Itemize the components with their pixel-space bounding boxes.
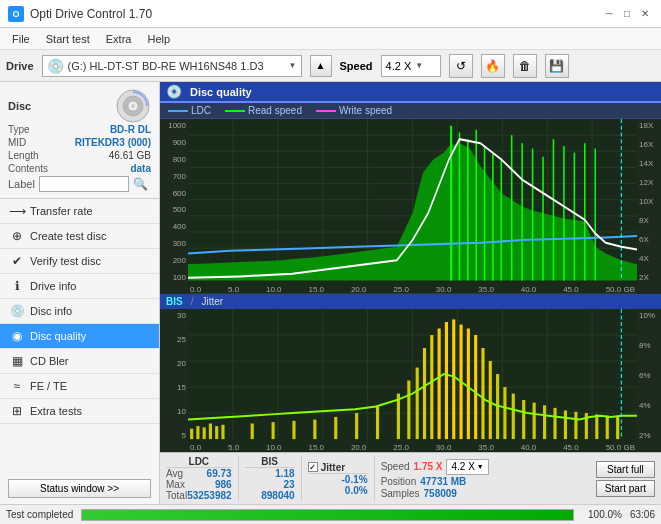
maximize-button[interactable]: □ [619,6,635,22]
speed-selector[interactable]: 4.2 X ▼ [381,55,441,77]
save-button[interactable]: 💾 [545,54,569,78]
top-chart-svg [188,119,637,294]
save-icon: 💾 [549,59,564,73]
erase-button[interactable]: 🗑 [513,54,537,78]
refresh-button[interactable]: ↺ [449,54,473,78]
y-bot-right-4pct: 4% [639,401,661,410]
progress-percentage: 100.0% [582,509,622,520]
x-bot-5: 5.0 [228,443,239,452]
legend-write-speed-label: Write speed [339,105,392,116]
menu-help[interactable]: Help [139,31,178,47]
max-label: Max [166,479,185,490]
eject-button[interactable]: ▲ [310,55,332,77]
x-top-50: 50.0 GB [606,285,635,294]
statusbar: Test completed 100.0% 63:06 [0,504,661,524]
svg-rect-88 [564,410,567,439]
svg-rect-71 [423,348,426,439]
top-chart-svg-container: 0.0 5.0 10.0 15.0 20.0 25.0 30.0 35.0 40… [188,119,637,294]
svg-rect-63 [292,421,295,439]
minimize-button[interactable]: ─ [601,6,617,22]
y-right-10x: 10X [639,197,661,206]
y-bot-10: 10 [177,407,186,416]
jitter-checkbox[interactable]: ✓ [308,462,318,472]
start-part-button[interactable]: Start part [596,480,655,497]
sidebar-item-disc-quality[interactable]: ◉ Disc quality [0,324,159,349]
drive-selector[interactable]: 💿 (G:) HL-DT-ST BD-RE WH16NS48 1.D3 ▼ [42,55,302,77]
avg-jitter-row: -0.1% [308,474,368,485]
top-chart-y-axis-right: 18X 16X 14X 12X 10X 8X 6X 4X 2X [637,119,661,294]
status-window-button[interactable]: Status window >> [8,479,151,498]
sidebar-item-verify-test-disc[interactable]: ✔ Verify test disc [0,249,159,274]
x-top-45: 45.0 [563,285,579,294]
bottom-chart-y-axis-left: 30 25 20 15 10 5 [160,309,188,452]
sidebar-item-cd-bler[interactable]: ▦ CD Bler [0,349,159,374]
x-bot-45: 45.0 [563,443,579,452]
label-search-icon[interactable]: 🔍 [133,177,148,191]
write-speed-color [316,110,336,112]
read-speed-color [225,110,245,112]
drive-label: Drive [6,60,34,72]
bottom-chart-header: BIS / Jitter [160,294,661,309]
y-right-12x: 12X [639,178,661,187]
speed-stat-label: Speed [381,461,410,472]
speed-dropdown[interactable]: 4.2 X ▼ [446,459,488,475]
avg-jitter-val: -0.1% [342,474,368,485]
y-right-14x: 14X [639,159,661,168]
menu-file[interactable]: File [4,31,38,47]
stats-divider-3 [374,456,375,501]
y-label-500: 500 [173,205,186,214]
start-full-button[interactable]: Start full [596,461,655,478]
sidebar-item-disc-info[interactable]: 💿 Disc info [0,299,159,324]
drive-disc-icon: 💿 [47,58,64,74]
sidebar-item-create-test-disc[interactable]: ⊕ Create test disc [0,224,159,249]
start-buttons: Start full Start part [596,461,655,497]
disc-info-section: Disc Type BD-R DL MID RITEKDR3 (000) [0,82,159,199]
legend-ldc: LDC [168,105,211,116]
y-right-6x: 6X [639,235,661,244]
total-ldc-row: Total 53253982 [166,490,232,501]
menu-start-test[interactable]: Start test [38,31,98,47]
x-top-20: 20.0 [351,285,367,294]
disc-type-row: Type BD-R DL [8,124,151,135]
ldc-stats: LDC Avg 69.73 Max 986 Total 53253982 [166,456,232,501]
svg-rect-93 [616,417,619,439]
disc-quality-icon: ◉ [10,329,24,343]
position-val: 47731 MB [420,476,466,487]
max-ldc-val: 986 [215,479,232,490]
total-bis-row: 898040 [245,490,295,501]
sidebar-item-extra-tests[interactable]: ⊞ Extra tests [0,399,159,424]
sidebar-label-disc-quality: Disc quality [30,330,86,342]
svg-rect-78 [474,335,477,439]
main-area: Disc Type BD-R DL MID RITEKDR3 (000) [0,82,661,504]
close-button[interactable]: ✕ [637,6,653,22]
avg-label: Avg [166,468,183,479]
refresh-icon: ↺ [456,59,466,73]
x-top-5: 5.0 [228,285,239,294]
x-bot-25: 25.0 [393,443,409,452]
app-icon: O [8,6,24,22]
sidebar-label-verify-test-disc: Verify test disc [30,255,101,267]
sidebar-item-transfer-rate[interactable]: ⟶ Transfer rate [0,199,159,224]
speed-dropdown-icon: ▼ [415,61,423,70]
x-bot-50: 50.0 GB [606,443,635,452]
burn-button[interactable]: 🔥 [481,54,505,78]
disc-top-row: Disc [8,88,151,124]
sidebar-item-fe-te[interactable]: ≈ FE / TE [0,374,159,399]
x-top-35: 35.0 [478,285,494,294]
sidebar-item-drive-info[interactable]: ℹ Drive info [0,274,159,299]
svg-rect-70 [416,367,419,439]
x-top-10: 10.0 [266,285,282,294]
bis-stats: BIS 1.18 23 898040 [245,456,295,501]
svg-rect-61 [251,423,254,439]
avg-bis-val: 1.18 [275,468,294,479]
svg-rect-62 [272,422,275,439]
y-label-400: 400 [173,222,186,231]
svg-rect-64 [313,419,316,439]
jitter-separator: / [191,296,194,307]
menu-extra[interactable]: Extra [98,31,140,47]
x-bot-35: 35.0 [478,443,494,452]
max-ldc-row: Max 986 [166,479,232,490]
label-input[interactable] [39,176,129,192]
svg-rect-75 [452,319,455,439]
titlebar: O Opti Drive Control 1.70 ─ □ ✕ [0,0,661,28]
